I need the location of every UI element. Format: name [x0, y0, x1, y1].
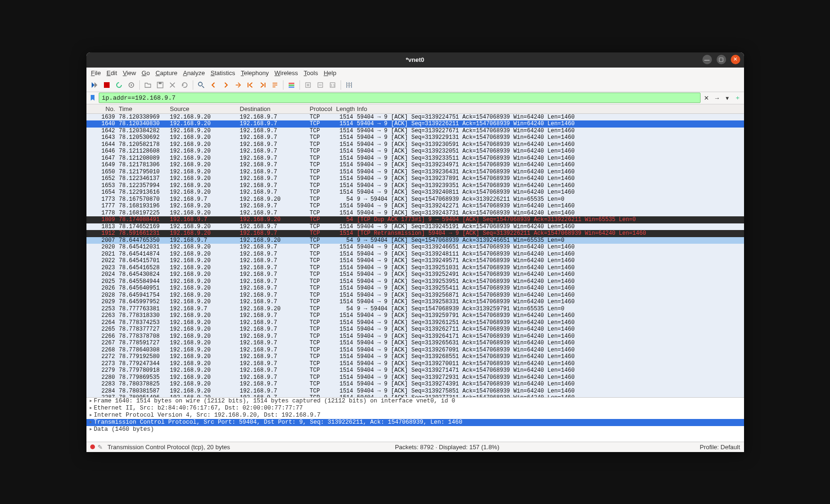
menu-statistics[interactable]: Statistics — [211, 69, 235, 77]
apply-filter-button[interactable]: → — [713, 94, 721, 102]
packet-row[interactable]: 202078.645412031192.168.9.20192.168.9.7T… — [86, 244, 744, 251]
menu-telephony[interactable]: Telephony — [241, 69, 269, 77]
expand-icon[interactable]: ▸ — [89, 398, 94, 405]
menu-view[interactable]: View — [123, 69, 136, 77]
packet-row[interactable]: 164378.120530692192.168.9.20192.168.9.7T… — [86, 134, 744, 141]
window-minimize-button[interactable]: — — [702, 55, 712, 64]
packet-row[interactable]: 227978.779780918192.168.9.20192.168.9.7T… — [86, 367, 744, 374]
packet-row[interactable]: 202278.645415701192.168.9.20192.168.9.7T… — [86, 257, 744, 265]
packet-row[interactable]: 202578.645584944192.168.9.20192.168.9.7T… — [86, 278, 744, 285]
start-capture-button[interactable] — [89, 80, 100, 90]
packet-row[interactable]: 228478.780381587192.168.9.20192.168.9.7T… — [86, 388, 744, 395]
capture-options-button[interactable] — [126, 80, 137, 90]
packet-row[interactable]: 180978.174088491192.168.9.7192.168.9.20T… — [86, 216, 744, 223]
packet-row[interactable]: 202678.645640951192.168.9.20192.168.9.7T… — [86, 285, 744, 292]
details-line[interactable]: ▸Ethernet II, Src: b2:84:40:76:17:67, Ds… — [86, 405, 744, 412]
packet-row[interactable]: 191278.591661231192.168.9.20192.168.9.7T… — [86, 230, 744, 237]
packet-row[interactable]: 226778.778591727192.168.9.20192.168.9.7T… — [86, 340, 744, 347]
col-time[interactable]: Time — [117, 105, 168, 112]
colorize-button[interactable] — [286, 80, 297, 90]
packet-row[interactable]: 202478.645430824192.168.9.20192.168.9.7T… — [86, 271, 744, 278]
filter-history-button[interactable]: ▾ — [723, 94, 732, 102]
menu-capture[interactable]: Capture — [155, 69, 177, 77]
go-to-packet-button[interactable] — [233, 80, 243, 90]
expert-info-icon[interactable] — [90, 444, 95, 449]
packet-details-pane[interactable]: ▸Frame 1640: 1514 bytes on wire (12112 b… — [86, 397, 744, 442]
menu-analyze[interactable]: Analyze — [183, 69, 205, 77]
go-forward-button[interactable] — [221, 80, 231, 90]
stop-capture-button[interactable] — [102, 80, 112, 90]
col-protocol[interactable]: Protocol — [308, 105, 334, 112]
packet-row[interactable]: 164678.121128608192.168.9.20192.168.9.7T… — [86, 148, 744, 155]
go-back-button[interactable] — [208, 80, 219, 90]
clear-filter-button[interactable]: ✕ — [702, 94, 711, 102]
menu-edit[interactable]: Edit — [106, 69, 117, 77]
find-packet-button[interactable] — [196, 80, 206, 90]
packet-row[interactable]: 226578.778377727192.168.9.20192.168.9.7T… — [86, 326, 744, 333]
zoom-in-button[interactable] — [303, 80, 313, 90]
zoom-reset-button[interactable]: 1:1 — [327, 80, 338, 90]
details-line[interactable]: ▸Data (1460 bytes) — [86, 426, 744, 433]
expand-icon[interactable]: ▸ — [89, 412, 94, 419]
capture-file-properties-icon[interactable]: ✎ — [98, 444, 103, 451]
close-file-button[interactable] — [167, 80, 178, 90]
packet-list-header[interactable]: No. Time Source Destination Protocol Len… — [86, 104, 744, 114]
col-no[interactable]: No. — [86, 105, 117, 112]
col-info[interactable]: Info — [355, 105, 744, 112]
packet-row[interactable]: 202878.645941754192.168.9.20192.168.9.7T… — [86, 292, 744, 299]
packet-row[interactable]: 164978.121781306192.168.9.20192.168.9.7T… — [86, 162, 744, 169]
packet-row[interactable]: 164478.120582178192.168.9.20192.168.9.7T… — [86, 141, 744, 148]
packet-row[interactable]: 200778.644765350192.168.9.7192.168.9.20T… — [86, 237, 744, 244]
go-first-button[interactable] — [245, 80, 256, 90]
packet-row[interactable]: 164078.120340830192.168.9.20192.168.9.7T… — [86, 120, 744, 128]
resize-columns-button[interactable] — [344, 80, 354, 90]
packet-row[interactable]: 226678.778378708192.168.9.20192.168.9.7T… — [86, 333, 744, 340]
col-length[interactable]: Length — [334, 105, 355, 112]
packet-row[interactable]: 177778.168193196192.168.9.20192.168.9.7T… — [86, 203, 744, 210]
window-maximize-button[interactable]: ▢ — [717, 55, 726, 64]
packet-row[interactable]: 228378.780378825192.168.9.20192.168.9.7T… — [86, 381, 744, 388]
auto-scroll-button[interactable] — [270, 80, 280, 90]
menu-wireless[interactable]: Wireless — [274, 69, 298, 77]
details-line[interactable]: ▸Frame 1640: 1514 bytes on wire (12112 b… — [86, 398, 744, 405]
packet-row[interactable]: 165478.122913616192.168.9.20192.168.9.7T… — [86, 189, 744, 196]
packet-row[interactable]: 228078.779869535192.168.9.20192.168.9.7T… — [86, 374, 744, 381]
expand-icon[interactable]: ▸ — [89, 419, 94, 426]
packet-row[interactable]: 226878.778640308192.168.9.20192.168.9.7T… — [86, 347, 744, 354]
col-source[interactable]: Source — [168, 105, 238, 112]
col-destination[interactable]: Destination — [238, 105, 308, 112]
menu-help[interactable]: Help — [324, 69, 336, 77]
packet-row[interactable]: 225378.777763381192.168.9.7192.168.9.20T… — [86, 306, 744, 313]
packet-row[interactable]: 227278.779192580192.168.9.20192.168.9.7T… — [86, 353, 744, 360]
restart-capture-button[interactable] — [114, 80, 124, 90]
packet-row[interactable]: 164778.121208089192.168.9.20192.168.9.7T… — [86, 155, 744, 162]
packet-row[interactable]: 226378.778318330192.168.9.20192.168.9.7T… — [86, 312, 744, 319]
expand-icon[interactable]: ▸ — [89, 405, 94, 412]
save-file-button[interactable] — [155, 80, 165, 90]
expand-icon[interactable]: ▸ — [89, 426, 94, 433]
packet-row[interactable]: 227378.779247344192.168.9.20192.168.9.7T… — [86, 360, 744, 367]
menu-tools[interactable]: Tools — [304, 69, 318, 77]
packet-row[interactable]: 163978.120338969192.168.9.20192.168.9.7T… — [86, 114, 744, 121]
reload-button[interactable] — [180, 80, 190, 90]
packet-row[interactable]: 202978.645997952192.168.9.20192.168.9.7T… — [86, 299, 744, 306]
packet-row[interactable]: 177878.168197225192.168.9.20192.168.9.7T… — [86, 210, 744, 217]
status-profile-text[interactable]: Profile: Default — [700, 444, 740, 451]
add-filter-button[interactable]: ＋ — [734, 94, 742, 102]
open-file-button[interactable] — [143, 80, 153, 90]
bookmark-filter-icon[interactable] — [88, 94, 97, 102]
menu-file[interactable]: File — [91, 69, 101, 77]
packet-row[interactable]: 226478.778374253192.168.9.20192.168.9.7T… — [86, 319, 744, 326]
packet-row[interactable]: 165078.121795010192.168.9.20192.168.9.7T… — [86, 169, 744, 176]
go-last-button[interactable] — [257, 80, 268, 90]
packet-row[interactable]: 165278.122346137192.168.9.20192.168.9.7T… — [86, 175, 744, 182]
packet-list-rows[interactable]: 163978.120338969192.168.9.20192.168.9.7T… — [86, 114, 744, 397]
packet-row[interactable]: 202178.645414874192.168.9.20192.168.9.7T… — [86, 251, 744, 258]
packet-row[interactable]: 164278.120384282192.168.9.20192.168.9.7T… — [86, 128, 744, 135]
packet-row[interactable]: 165378.122357994192.168.9.20192.168.9.7T… — [86, 182, 744, 189]
packet-row[interactable]: 177378.167570870192.168.9.7192.168.9.20T… — [86, 196, 744, 203]
packet-row[interactable]: 202378.645416528192.168.9.20192.168.9.7T… — [86, 265, 744, 272]
details-line[interactable]: ▸Transmission Control Protocol, Src Port… — [86, 419, 744, 426]
window-close-button[interactable]: ✕ — [731, 55, 740, 64]
display-filter-input[interactable] — [99, 93, 701, 103]
